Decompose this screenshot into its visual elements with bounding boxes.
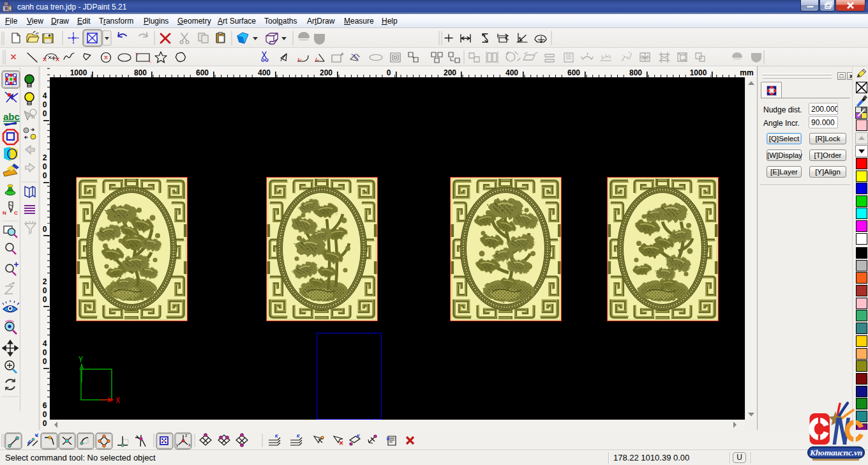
svg-text:600: 600 (567, 68, 580, 77)
svg-text:0: 0 (387, 68, 391, 77)
svg-text:0: 0 (43, 225, 47, 234)
svg-text:0: 0 (43, 410, 47, 419)
svg-text:mm: mm (740, 68, 753, 77)
svg-text:4: 4 (43, 339, 47, 348)
svg-text:200: 200 (444, 68, 456, 77)
svg-text:0: 0 (43, 100, 47, 109)
svg-text:800: 800 (134, 68, 147, 77)
svg-text:2: 2 (43, 277, 47, 286)
svg-text:400: 400 (505, 68, 518, 77)
svg-text:0: 0 (43, 295, 47, 304)
svg-text:0: 0 (43, 109, 47, 118)
svg-text:0: 0 (43, 171, 47, 180)
svg-text:Khomaucnc.vn: Khomaucnc.vn (809, 448, 862, 457)
svg-text:0: 0 (43, 357, 47, 366)
svg-text:C: C (14, 210, 18, 216)
svg-text:N: N (3, 210, 6, 216)
svg-text:y: y (176, 443, 179, 448)
svg-text:z: z (185, 433, 188, 438)
svg-text:x: x (188, 443, 191, 447)
svg-text:2: 2 (43, 153, 47, 162)
svg-text:1000: 1000 (690, 68, 707, 77)
svg-text:0: 0 (43, 286, 47, 295)
svg-text:200: 200 (320, 68, 333, 77)
svg-text:X: X (116, 397, 120, 406)
svg-text:6: 6 (43, 401, 47, 410)
svg-text:0: 0 (43, 162, 47, 171)
svg-text:Y: Y (79, 356, 83, 365)
svg-text:600: 600 (196, 68, 209, 77)
svg-text:0: 0 (43, 348, 47, 357)
svg-text:800: 800 (629, 68, 642, 77)
svg-text:400: 400 (258, 68, 271, 77)
svg-text:0: 0 (43, 419, 47, 428)
svg-text:abc: abc (3, 111, 20, 122)
svg-text:4: 4 (43, 91, 47, 100)
svg-text:1000: 1000 (70, 68, 87, 77)
